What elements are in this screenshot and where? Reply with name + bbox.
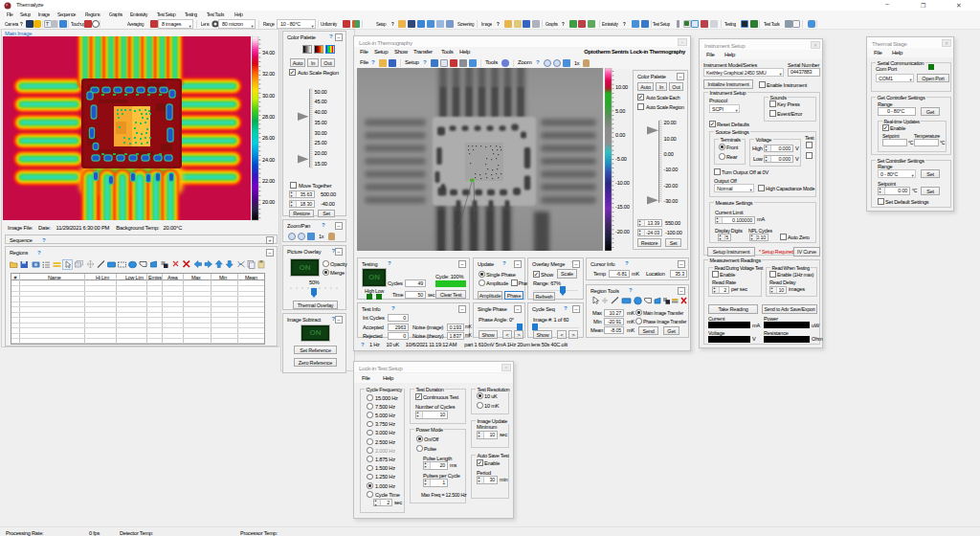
- svg-text:5.00: 5.00: [615, 108, 625, 114]
- svg-text:32.00: 32.00: [262, 71, 275, 77]
- svg-text:28.00: 28.00: [262, 114, 275, 120]
- svg-text:50.00: 50.00: [315, 89, 327, 95]
- svg-text:-20.00: -20.00: [615, 229, 630, 234]
- svg-text:-20.00: -20.00: [664, 183, 679, 189]
- svg-text:10.00: 10.00: [664, 136, 677, 142]
- svg-text:-10.00: -10.00: [615, 180, 630, 186]
- svg-text:20.00: 20.00: [664, 120, 677, 125]
- svg-text:-10.00: -10.00: [664, 167, 679, 172]
- svg-text:25.00: 25.00: [315, 140, 327, 145]
- svg-text:20.00: 20.00: [262, 199, 275, 205]
- svg-text:34.00: 34.00: [262, 50, 275, 56]
- svg-text:20.00: 20.00: [315, 150, 327, 156]
- svg-text:0.00: 0.00: [664, 151, 674, 157]
- svg-text:-15.00: -15.00: [615, 204, 630, 210]
- svg-text:-30.00: -30.00: [664, 198, 679, 204]
- svg-text:30.00: 30.00: [262, 93, 275, 99]
- svg-text:24.00: 24.00: [262, 157, 275, 163]
- svg-text:10.00: 10.00: [615, 84, 628, 90]
- svg-text:30.00: 30.00: [315, 130, 327, 136]
- svg-text:-5.00: -5.00: [615, 156, 627, 162]
- svg-text:0.00: 0.00: [615, 132, 625, 138]
- svg-text:35.00: 35.00: [315, 120, 327, 125]
- svg-text:22.00: 22.00: [262, 178, 275, 184]
- svg-text:15.00: 15.00: [315, 161, 327, 167]
- svg-text:26.00: 26.00: [262, 135, 275, 141]
- svg-text:40.00: 40.00: [315, 109, 327, 115]
- svg-text:45.00: 45.00: [315, 99, 327, 104]
